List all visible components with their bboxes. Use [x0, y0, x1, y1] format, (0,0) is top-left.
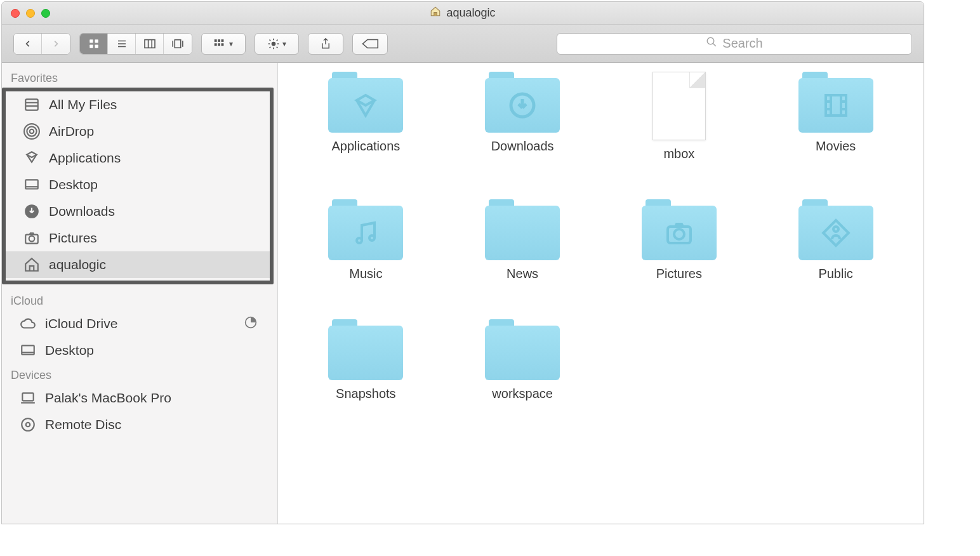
svg-rect-1 — [95, 39, 98, 43]
file-item[interactable]: Snapshots — [291, 319, 441, 401]
favorites-section: All My Files AirDrop Applications Deskto… — [2, 88, 274, 284]
svg-point-48 — [369, 235, 374, 241]
svg-point-32 — [29, 236, 35, 242]
list-view-button[interactable] — [108, 34, 136, 54]
window-title-text: aqualogic — [446, 6, 495, 20]
sidebar-item-desktop[interactable]: Desktop — [6, 171, 270, 198]
file-icon — [652, 72, 706, 140]
window-title: aqualogic — [430, 6, 495, 20]
action-button[interactable]: ▾ — [255, 33, 299, 55]
sidebar-item-icloud-drive[interactable]: iCloud Drive — [2, 310, 277, 337]
svg-point-25 — [30, 129, 34, 134]
file-item-label: Movies — [816, 139, 856, 154]
folder-icon — [328, 72, 403, 133]
file-item-label: workspace — [492, 387, 553, 401]
sidebar-item-downloads[interactable]: Downloads — [6, 198, 270, 225]
desktop-icon — [20, 342, 36, 359]
svg-rect-0 — [89, 39, 93, 43]
sidebar-item-label: iCloud Drive — [45, 316, 117, 331]
svg-rect-15 — [222, 39, 224, 42]
forward-button[interactable] — [42, 34, 70, 54]
finder-window: aqualogic — [1, 1, 924, 524]
file-item[interactable]: Public — [760, 199, 911, 281]
airdrop-icon — [23, 123, 40, 140]
svg-rect-36 — [22, 393, 33, 400]
arrange-button[interactable]: ▾ — [201, 33, 246, 55]
camera-icon — [23, 230, 40, 246]
sidebar-item-label: Palak's MacBook Pro — [45, 390, 171, 406]
files-icon — [23, 96, 40, 113]
file-item[interactable]: Applications — [291, 72, 441, 161]
svg-point-20 — [708, 37, 715, 44]
svg-rect-2 — [89, 44, 93, 48]
coverflow-view-button[interactable] — [164, 34, 192, 54]
folder-icon — [485, 319, 560, 380]
file-item-label: Public — [818, 267, 852, 281]
svg-rect-13 — [215, 39, 217, 42]
svg-rect-10 — [175, 39, 180, 48]
home-icon — [430, 6, 441, 20]
sidebar-item-pictures[interactable]: Pictures — [6, 225, 270, 251]
file-item-label: Pictures — [656, 267, 702, 281]
svg-point-50 — [674, 229, 684, 239]
file-item[interactable]: workspace — [447, 319, 598, 401]
file-item[interactable]: mbox — [604, 72, 755, 161]
column-view-button[interactable] — [136, 34, 164, 54]
back-button[interactable] — [14, 34, 42, 54]
window-controls — [11, 9, 50, 18]
minimize-button[interactable] — [26, 9, 35, 18]
search-input[interactable]: Search — [557, 33, 912, 55]
folder-icon — [485, 199, 560, 260]
view-mode-buttons — [79, 33, 192, 55]
close-button[interactable] — [11, 9, 20, 18]
icloud-header: iCloud — [2, 289, 277, 310]
content-area: Favorites All My Files AirDrop Applicati… — [2, 63, 924, 524]
file-item[interactable]: Movies — [760, 72, 911, 161]
sidebar-item-macbook[interactable]: Palak's MacBook Pro — [2, 385, 277, 411]
sidebar-item-label: All My Files — [49, 97, 117, 112]
sidebar-item-label: Pictures — [49, 230, 97, 246]
sidebar-item-aqualogic[interactable]: aqualogic — [6, 251, 270, 278]
file-item[interactable]: News — [447, 199, 598, 281]
nav-buttons — [13, 33, 70, 55]
sidebar-item-icloud-desktop[interactable]: Desktop — [2, 337, 277, 364]
sidebar-item-label: Remote Disc — [45, 417, 121, 432]
file-item-label: Music — [349, 267, 382, 281]
file-item[interactable]: Downloads — [447, 72, 598, 161]
laptop-icon — [20, 390, 36, 406]
sidebar-item-label: aqualogic — [49, 257, 106, 272]
sidebar-item-applications[interactable]: Applications — [6, 145, 270, 171]
chevron-down-icon: ▾ — [229, 39, 233, 48]
sidebar-item-airdrop[interactable]: AirDrop — [6, 118, 270, 145]
sidebar-item-remote-disc[interactable]: Remote Disc — [2, 411, 277, 438]
svg-rect-14 — [218, 39, 220, 42]
folder-icon — [328, 319, 403, 380]
sidebar-item-all-my-files[interactable]: All My Files — [6, 91, 270, 118]
svg-rect-3 — [95, 44, 98, 48]
tags-button[interactable] — [352, 33, 388, 55]
file-item-label: News — [507, 267, 538, 281]
file-item[interactable]: Pictures — [604, 199, 755, 281]
icon-view-button[interactable] — [80, 34, 108, 54]
folder-icon — [798, 72, 873, 133]
svg-rect-40 — [826, 95, 846, 116]
file-item[interactable]: Music — [291, 199, 441, 281]
search-placeholder: Search — [722, 36, 762, 51]
sidebar-item-label: Downloads — [49, 204, 115, 219]
svg-rect-22 — [25, 99, 38, 110]
share-button[interactable] — [308, 33, 343, 55]
svg-point-38 — [26, 423, 30, 427]
folder-icon — [642, 199, 717, 260]
svg-point-37 — [22, 418, 34, 431]
icloud-progress-icon — [244, 316, 267, 332]
svg-rect-7 — [145, 39, 155, 48]
file-item-label: Applications — [331, 139, 400, 154]
svg-point-26 — [27, 126, 36, 136]
svg-line-21 — [713, 43, 717, 46]
titlebar[interactable]: aqualogic — [2, 2, 924, 25]
favorites-header: Favorites — [2, 67, 277, 88]
file-item-label: Downloads — [491, 139, 554, 154]
maximize-button[interactable] — [41, 9, 50, 18]
svg-point-47 — [357, 238, 362, 243]
main-area[interactable]: ApplicationsDownloadsmboxMoviesMusicNews… — [278, 63, 924, 524]
